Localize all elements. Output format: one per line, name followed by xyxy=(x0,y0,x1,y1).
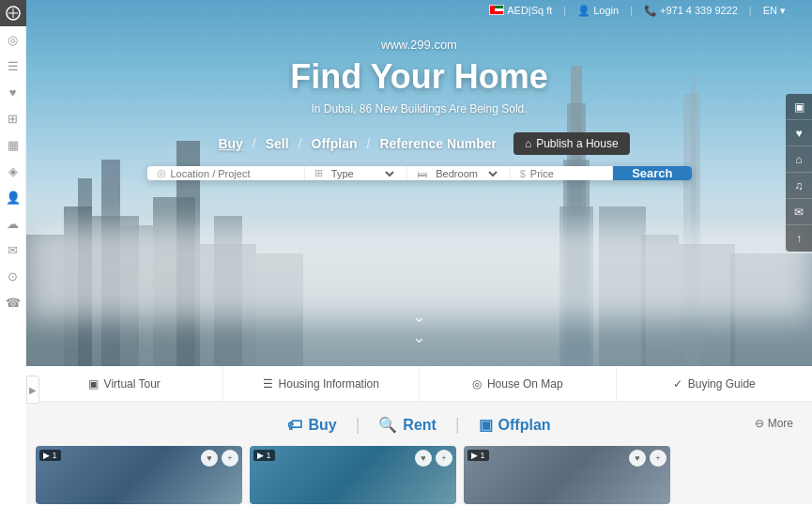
sidebar-right-grid-icon[interactable]: ▣ xyxy=(786,94,812,120)
property-section: 🏷 Buy | 🔍 Rent | ▣ Offplan ⊖ More ▶ 1 ♥ … xyxy=(26,402,812,504)
tab-sep-1: | xyxy=(356,415,360,435)
sidebar-right-heart-icon[interactable]: ♥ xyxy=(786,120,812,146)
bedroom-field: 🛏 Bedroom Studio 1 2 3+ xyxy=(407,166,510,180)
card-3-heart-button[interactable]: ♥ xyxy=(629,450,646,467)
location-icon: ◎ xyxy=(157,167,166,179)
sidebar-left: ◎ ☰ ♥ ⊞ ▦ ◈ 👤 ☁ ✉ ⊙ ☎ xyxy=(0,0,26,366)
search-button[interactable]: Search xyxy=(613,166,691,180)
sidebar-right: ▣ ♥ ⌂ ♫ ✉ ↑ xyxy=(786,94,812,252)
scroll-down-chevron[interactable]: ⌄⌄ xyxy=(412,306,426,347)
card-1-add-button[interactable]: + xyxy=(222,450,238,467)
sidebar-icon-cloud[interactable]: ☁ xyxy=(0,210,26,237)
property-card-1[interactable]: ▶ 1 ♥ + xyxy=(36,446,242,504)
offplan-icon: ▣ xyxy=(479,416,493,434)
nav-divider-2: | xyxy=(630,5,633,16)
phone-label: +971 4 339 9222 xyxy=(660,5,738,16)
hero-navigation: Buy / Sell / Offplan / Reference Number … xyxy=(208,132,629,155)
nav-sell[interactable]: Sell xyxy=(256,132,299,155)
sidebar-icon-grid[interactable]: ⊞ xyxy=(0,105,26,131)
housing-info-icon: ☰ xyxy=(263,377,273,391)
login-button[interactable]: 👤 Login xyxy=(577,5,619,17)
sidebar-collapse-button[interactable]: ▶ xyxy=(26,376,39,404)
location-field: ◎ xyxy=(147,166,305,180)
rent-tab-label: Rent xyxy=(403,417,437,434)
house-on-map-nav[interactable]: ◎ House On Map xyxy=(420,366,617,401)
sidebar-icon-person[interactable]: ⊙ xyxy=(0,263,26,289)
sidebar-right-home-icon[interactable]: ⌂ xyxy=(786,146,812,173)
card-2-add-button[interactable]: + xyxy=(436,450,452,467)
price-icon: $ xyxy=(520,168,526,179)
publish-label: Publish a House xyxy=(536,137,618,150)
nav-buy[interactable]: Buy xyxy=(208,132,252,155)
virtual-tour-nav[interactable]: ▣ Virtual Tour xyxy=(26,366,223,401)
price-field: $ xyxy=(511,166,613,180)
virtual-tour-label: Virtual Tour xyxy=(104,377,161,391)
sidebar-icon-phone[interactable]: ☎ xyxy=(0,289,26,315)
sidebar-icon-user[interactable]: 👤 xyxy=(0,184,26,210)
map-icon: ◎ xyxy=(472,377,482,391)
buying-guide-label: Buying Guide xyxy=(688,377,756,391)
nav-reference[interactable]: Reference Number xyxy=(370,132,506,155)
sidebar-icon-message[interactable]: ✉ xyxy=(0,237,26,263)
bedroom-select[interactable]: Bedroom Studio 1 2 3+ xyxy=(432,167,499,180)
user-icon: 👤 xyxy=(577,5,590,17)
card-3-actions: ♥ + xyxy=(629,450,666,467)
card-3-add-button[interactable]: + xyxy=(650,450,666,467)
sidebar-icon-location[interactable]: ◎ xyxy=(0,26,26,53)
sidebar-icon-heart[interactable]: ♥ xyxy=(0,79,26,105)
hero-title: Find Your Home xyxy=(290,57,548,97)
nav-offplan[interactable]: Offplan xyxy=(302,132,367,155)
buying-guide-nav[interactable]: ✓ Buying Guide xyxy=(617,366,813,401)
more-label: More xyxy=(768,417,793,430)
tag-icon: 🏷 xyxy=(287,417,302,434)
house-on-map-label: House On Map xyxy=(487,377,563,391)
price-input[interactable] xyxy=(530,168,603,179)
property-cards-row: ▶ 1 ♥ + ▶ 1 ♥ + ▶ 1 ♥ + xyxy=(26,446,812,504)
buy-tab-label: Buy xyxy=(308,417,336,434)
tab-rent[interactable]: 🔍 Rent xyxy=(378,416,437,434)
card-2-actions: ♥ + xyxy=(415,450,452,467)
flag-icon xyxy=(489,5,504,17)
bottom-navigation: ▣ Virtual Tour ☰ Housing Information ◎ H… xyxy=(26,366,812,402)
buying-guide-icon: ✓ xyxy=(673,377,682,391)
sidebar-icon-menu[interactable]: ☰ xyxy=(0,53,26,79)
card-1-heart-button[interactable]: ♥ xyxy=(201,450,218,467)
property-tabs: 🏷 Buy | 🔍 Rent | ▣ Offplan ⊖ More xyxy=(26,402,812,442)
tab-buy[interactable]: 🏷 Buy xyxy=(287,417,336,434)
location-input[interactable] xyxy=(171,168,295,179)
currency-label: AED|Sq ft xyxy=(507,5,552,16)
card-2-badge: ▶ 1 xyxy=(253,450,275,461)
home-icon: ⌂ xyxy=(525,137,531,150)
sidebar-right-music-icon[interactable]: ♫ xyxy=(786,173,812,199)
rent-icon: 🔍 xyxy=(378,416,397,434)
tab-offplan[interactable]: ▣ Offplan xyxy=(479,416,551,434)
currency-toggle[interactable]: AED|Sq ft xyxy=(489,5,552,17)
sidebar-right-up-icon[interactable]: ↑ xyxy=(786,225,812,252)
offplan-tab-label: Offplan xyxy=(498,417,551,434)
language-toggle[interactable]: EN ▾ xyxy=(763,5,786,17)
sidebar-icon-chart[interactable]: ▦ xyxy=(0,131,26,158)
logo[interactable] xyxy=(0,0,26,26)
card-3-badge: ▶ 1 xyxy=(467,450,489,461)
tab-sep-2: | xyxy=(455,415,460,435)
sidebar-icon-pin[interactable]: ◈ xyxy=(0,158,26,184)
type-select[interactable]: Type Apartment Villa Townhouse xyxy=(328,167,397,180)
property-card-3[interactable]: ▶ 1 ♥ + xyxy=(464,446,670,504)
housing-info-nav[interactable]: ☰ Housing Information xyxy=(223,366,421,401)
card-2-heart-button[interactable]: ♥ xyxy=(415,450,432,467)
property-card-2[interactable]: ▶ 1 ♥ + xyxy=(250,446,456,504)
top-navigation: AED|Sq ft | 👤 Login | 📞 +971 4 339 9222 … xyxy=(489,0,786,21)
sidebar-right-message-icon[interactable]: ✉ xyxy=(786,199,812,225)
nav-divider-1: | xyxy=(563,5,566,16)
lang-label: EN xyxy=(763,5,777,16)
minus-circle-icon: ⊖ xyxy=(755,417,764,430)
phone-number[interactable]: 📞 +971 4 339 9222 xyxy=(644,5,738,17)
nav-divider-3: | xyxy=(749,5,752,16)
type-field: ⊞ Type Apartment Villa Townhouse xyxy=(305,166,407,180)
phone-icon: 📞 xyxy=(644,5,657,17)
virtual-tour-icon: ▣ xyxy=(88,377,99,391)
bedroom-icon: 🛏 xyxy=(417,168,427,179)
more-button[interactable]: ⊖ More xyxy=(755,417,793,430)
publish-button[interactable]: ⌂ Publish a House xyxy=(513,132,630,155)
card-1-badge: ▶ 1 xyxy=(39,450,61,461)
